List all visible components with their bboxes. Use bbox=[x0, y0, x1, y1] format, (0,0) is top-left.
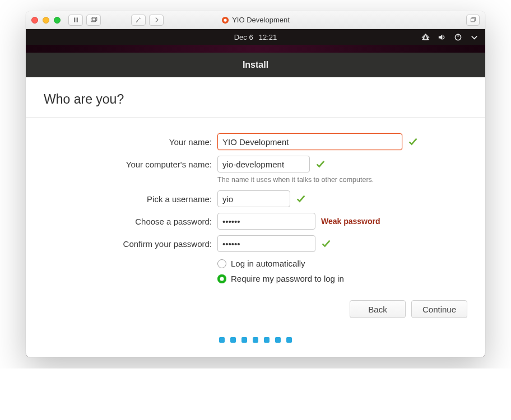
username-label: Pick a username: bbox=[44, 194, 212, 204]
snapshot-button[interactable] bbox=[86, 15, 101, 26]
login-require-radio[interactable]: Require my password to log in bbox=[217, 274, 467, 283]
installer-content: Who are you? Your name: Your computer's … bbox=[26, 77, 485, 357]
clock-time[interactable]: 12:21 bbox=[259, 33, 277, 41]
settings-dropdown-button[interactable] bbox=[131, 15, 146, 26]
progress-dot bbox=[286, 337, 292, 343]
radio-checked-icon bbox=[217, 274, 226, 283]
progress-dot bbox=[241, 337, 247, 343]
progress-dot bbox=[219, 337, 225, 343]
svg-rect-1 bbox=[76, 17, 77, 22]
svg-point-5 bbox=[224, 18, 227, 21]
gnome-top-bar: Dec 6 12:21 bbox=[26, 29, 485, 45]
continue-button[interactable]: Continue bbox=[411, 300, 467, 318]
installer-titlebar: Install bbox=[26, 53, 485, 77]
username-input[interactable] bbox=[217, 190, 290, 207]
close-button[interactable] bbox=[31, 17, 38, 24]
svg-rect-11 bbox=[458, 34, 459, 37]
chevron-down-icon bbox=[470, 33, 479, 41]
volume-icon bbox=[438, 33, 446, 41]
confirm-input[interactable] bbox=[217, 235, 315, 252]
password-strength: Weak password bbox=[321, 217, 380, 226]
progress-dot bbox=[275, 337, 281, 343]
minimize-button[interactable] bbox=[43, 17, 49, 24]
toolbar-group-left bbox=[68, 15, 101, 26]
svg-rect-6 bbox=[471, 18, 475, 22]
computer-label: Your computer's name: bbox=[44, 160, 212, 169]
nav-actions: Back Continue bbox=[44, 283, 467, 318]
computer-input[interactable] bbox=[217, 156, 310, 172]
password-label: Choose a password: bbox=[44, 217, 212, 226]
password-input[interactable] bbox=[217, 213, 315, 230]
check-icon bbox=[408, 137, 418, 147]
login-require-label: Require my password to log in bbox=[231, 274, 344, 283]
power-icon bbox=[454, 33, 462, 41]
system-status-area[interactable] bbox=[421, 33, 479, 41]
check-icon bbox=[315, 159, 326, 169]
user-form: Your name: Your computer's name: The nam… bbox=[44, 132, 467, 283]
progress-dot bbox=[253, 337, 258, 343]
forward-button[interactable] bbox=[149, 15, 164, 26]
window-title-text: YIO Development bbox=[232, 16, 290, 24]
confirm-label: Confirm your password: bbox=[44, 239, 212, 249]
traffic-lights bbox=[31, 17, 61, 24]
clock-date[interactable]: Dec 6 bbox=[234, 33, 253, 41]
page-heading: Who are you? bbox=[44, 92, 467, 107]
desktop-background: Install Who are you? Your name: Your com… bbox=[26, 45, 485, 357]
back-button[interactable]: Back bbox=[350, 300, 406, 318]
svg-rect-3 bbox=[92, 17, 96, 21]
name-label: Your name: bbox=[44, 137, 212, 147]
vm-window: YIO Development Dec 6 12:21 Install Who … bbox=[26, 11, 485, 357]
mac-titlebar: YIO Development bbox=[26, 11, 485, 29]
computer-help-text: The name it uses when it talks to other … bbox=[217, 176, 467, 184]
svg-rect-0 bbox=[74, 17, 75, 22]
svg-rect-2 bbox=[91, 18, 95, 22]
check-icon bbox=[296, 194, 306, 204]
zoom-button[interactable] bbox=[54, 17, 61, 24]
pause-button[interactable] bbox=[68, 15, 83, 26]
ubuntu-icon bbox=[221, 16, 229, 24]
toolbar-group-mid bbox=[131, 15, 164, 26]
restore-button[interactable] bbox=[466, 15, 480, 26]
login-auto-radio[interactable]: Log in automatically bbox=[217, 259, 467, 268]
installer-title: Install bbox=[243, 60, 268, 70]
check-icon bbox=[321, 239, 331, 249]
name-input[interactable] bbox=[217, 133, 402, 150]
svg-point-4 bbox=[222, 16, 229, 23]
divider bbox=[26, 117, 485, 118]
progress-dot bbox=[264, 337, 270, 343]
network-icon bbox=[421, 33, 430, 41]
radio-unchecked-icon bbox=[217, 259, 226, 268]
login-auto-label: Log in automatically bbox=[231, 259, 305, 268]
progress-dot bbox=[230, 337, 236, 343]
progress-dots bbox=[44, 318, 467, 346]
